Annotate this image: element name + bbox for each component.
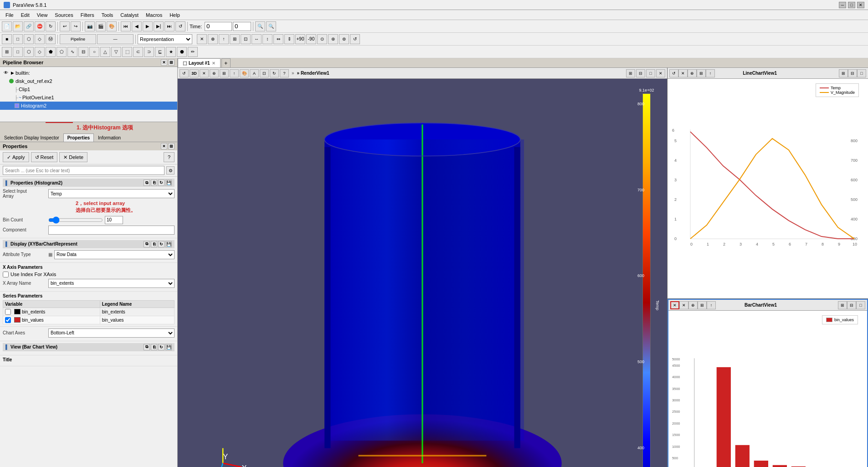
undo-button[interactable]: ↩: [60, 21, 70, 31]
zoom-out-button[interactable]: 🔍: [266, 21, 276, 31]
loop-button[interactable]: ↺: [175, 21, 185, 31]
redo-button[interactable]: ↪: [71, 21, 81, 31]
search-gear-icon[interactable]: ⚙: [166, 166, 175, 174]
tb3-btn12[interactable]: ⬚: [122, 47, 132, 57]
display-refresh-button[interactable]: ↻: [158, 241, 164, 247]
time-input[interactable]: [205, 22, 232, 31]
rv-btn10[interactable]: ?: [280, 69, 289, 77]
tb2-btn2[interactable]: □: [13, 34, 23, 44]
screenshot-button[interactable]: 📷: [85, 21, 95, 31]
tb2-interact12[interactable]: ⊙: [317, 34, 327, 44]
lcv-btn1[interactable]: ↺: [669, 69, 678, 77]
bcv-layout-btn2[interactable]: ⊟: [847, 301, 856, 309]
color-button[interactable]: 🎨: [107, 21, 117, 31]
bin-values-checkbox[interactable]: [5, 317, 11, 323]
zoom-in-button[interactable]: 🔍: [255, 21, 265, 31]
bcv-layout-btn3[interactable]: □: [856, 301, 865, 309]
lcv-btn5[interactable]: ↑: [706, 69, 715, 77]
chart-axes-select[interactable]: Bottom-Left: [48, 328, 175, 338]
pb-item-builtin[interactable]: 👁 ▶ builtin:: [0, 69, 177, 77]
rv-close-button[interactable]: ✕: [656, 69, 665, 77]
bin-count-slider[interactable]: [48, 216, 103, 224]
section-refresh-button[interactable]: ↻: [158, 180, 164, 186]
play-button[interactable]: ▶: [143, 21, 153, 31]
rv-layout-btn2[interactable]: ⊟: [636, 69, 645, 77]
section-save-button[interactable]: 💾: [165, 180, 172, 186]
pb-close-button[interactable]: ✕: [161, 59, 167, 66]
tab-selection-display[interactable]: Selection Display Inspector: [0, 133, 63, 142]
lcv-btn4[interactable]: ⊞: [697, 69, 706, 77]
disconnect-button[interactable]: ⛔: [35, 21, 45, 31]
bcv-btn-active[interactable]: ✕: [670, 301, 679, 309]
lcv-layout-btn1[interactable]: ⊞: [839, 69, 848, 77]
tb3-btn10[interactable]: △: [100, 47, 110, 57]
rv-layout-btn1[interactable]: ⊞: [626, 69, 635, 77]
tab-information[interactable]: Information: [94, 133, 125, 142]
tb2-interact8[interactable]: ⇔: [273, 34, 283, 44]
tb3-btn15[interactable]: ⊑: [155, 47, 165, 57]
search-input[interactable]: [3, 166, 164, 175]
use-index-checkbox[interactable]: [3, 272, 9, 277]
view-refresh-button[interactable]: ↻: [158, 344, 164, 350]
rv-btn2[interactable]: ✕: [200, 69, 209, 77]
next-frame-button[interactable]: ▶|: [154, 21, 164, 31]
rv-btn3[interactable]: ⊕: [210, 69, 219, 77]
lcv-layout-btn2[interactable]: ⊟: [848, 69, 857, 77]
connect-button[interactable]: 🔗: [24, 21, 34, 31]
lcv-layout-btn3[interactable]: □: [857, 69, 866, 77]
tb3-btn5[interactable]: ⬟: [46, 47, 56, 57]
tb3-btn17[interactable]: ⬣: [177, 47, 187, 57]
bcv-btn3[interactable]: ⊞: [698, 301, 707, 309]
render-canvas[interactable]: Y X Z 9.1e+02 -2.9e+02: [178, 79, 667, 467]
pb-item-histogram[interactable]: Histogram2: [0, 102, 177, 110]
tb3-btn7[interactable]: ∿: [67, 47, 77, 57]
tb2-interact9[interactable]: ⇕: [284, 34, 294, 44]
pb-item-disk[interactable]: disk_out_ref.ex2: [0, 77, 177, 85]
rv-btn9[interactable]: ↻: [270, 69, 279, 77]
rv-btn6[interactable]: 🎨: [240, 69, 249, 77]
view-save-button[interactable]: 💾: [165, 344, 172, 350]
rv-btn4[interactable]: ⊞: [220, 69, 229, 77]
apply-button[interactable]: ✓ Apply: [3, 152, 29, 162]
menu-file[interactable]: File: [2, 11, 17, 19]
tb3-btn8[interactable]: ⊟: [78, 47, 88, 57]
tb2-interact13[interactable]: ⊛: [328, 34, 338, 44]
tab-properties[interactable]: Properties: [63, 133, 94, 142]
tb2-interact10[interactable]: +90: [295, 34, 305, 44]
menu-help[interactable]: Help: [166, 11, 184, 19]
menu-edit[interactable]: Edit: [17, 11, 33, 19]
add-layout-button[interactable]: +: [221, 58, 231, 67]
maximize-button[interactable]: □: [848, 2, 855, 8]
new-button[interactable]: 📄: [2, 21, 12, 31]
x-array-name-select[interactable]: bin_extents: [48, 279, 175, 288]
lcv-btn2[interactable]: ✕: [678, 69, 688, 77]
first-frame-button[interactable]: ⏮: [121, 21, 131, 31]
menu-view[interactable]: View: [33, 11, 51, 19]
display-paste-button[interactable]: ⎘: [151, 241, 157, 247]
tb2-interact14[interactable]: ⊚: [339, 34, 349, 44]
minimize-button[interactable]: ─: [839, 2, 846, 8]
select-input-select[interactable]: Temp: [48, 189, 175, 198]
attribute-type-select[interactable]: Row Data: [54, 250, 175, 259]
layout-tab-1[interactable]: ⬚ Layout #1 ✕: [178, 58, 221, 67]
menu-tools[interactable]: Tools: [98, 11, 117, 19]
tb2-interact2[interactable]: ⊕: [208, 34, 218, 44]
menu-catalyst[interactable]: Catalyst: [117, 11, 142, 19]
section-paste-button[interactable]: ⎘: [151, 180, 157, 186]
pb-pin-button[interactable]: ⊞: [168, 59, 175, 66]
tb3-btn2[interactable]: □: [13, 47, 23, 57]
display-save-button[interactable]: 💾: [165, 241, 172, 247]
menu-macros[interactable]: Macros: [142, 11, 166, 19]
tb3-btn9[interactable]: ○: [89, 47, 99, 57]
tb3-btn1[interactable]: ⊞: [2, 47, 12, 57]
bcv-btn1[interactable]: ✕: [679, 301, 688, 309]
close-button[interactable]: ✕: [857, 2, 864, 8]
tb2-interact11[interactable]: -90: [306, 34, 316, 44]
tb2-select2[interactable]: —: [97, 34, 134, 44]
menu-filters[interactable]: Filters: [77, 11, 98, 19]
view-copy-button[interactable]: ⧉: [144, 344, 150, 350]
record-button[interactable]: 🎬: [96, 21, 106, 31]
help-button[interactable]: ?: [164, 152, 175, 162]
bin-extents-checkbox[interactable]: [5, 309, 11, 315]
view-paste-button[interactable]: ⎘: [151, 344, 157, 350]
